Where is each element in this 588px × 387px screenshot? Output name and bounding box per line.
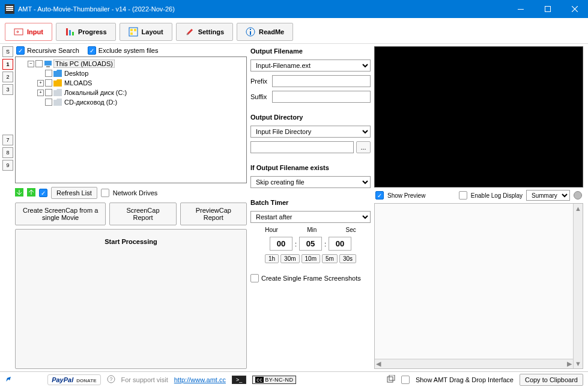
- show-dnd-label: Show AMT Drag & Drop Interface: [416, 376, 514, 383]
- svg-rect-1: [6, 6, 13, 11]
- tab-toolbar: Input Progress Layout Settings ReadMe: [0, 18, 588, 44]
- single-frame-checkbox[interactable]: ✓: [250, 274, 259, 282]
- hour-spinner[interactable]: 00: [270, 237, 292, 251]
- exclude-system-checkbox[interactable]: ✓: [88, 46, 96, 55]
- tab-label: ReadMe: [259, 28, 284, 35]
- timer-quick-30s[interactable]: 30s: [339, 254, 356, 263]
- svg-text:?: ?: [109, 376, 112, 382]
- support-link[interactable]: http://www.amt.cc: [174, 376, 226, 383]
- tree-label: Локальный диск (C:): [63, 89, 127, 96]
- copy-clipboard-button[interactable]: Copy to Clipboard: [520, 374, 583, 386]
- slot-2[interactable]: 2: [2, 72, 13, 82]
- batch-timer-label: Batch Timer: [250, 198, 371, 207]
- expander-empty: [37, 99, 44, 106]
- output-directory-label: Output Directory: [250, 112, 371, 122]
- maximize-button[interactable]: [534, 0, 561, 18]
- console-badge-icon[interactable]: >_: [232, 376, 246, 384]
- output-directory-select[interactable]: Input File Directory: [250, 126, 371, 138]
- tab-readme[interactable]: ReadMe: [237, 23, 293, 41]
- node-checkbox[interactable]: [35, 60, 43, 67]
- svg-rect-23: [387, 377, 393, 382]
- recursive-checkbox[interactable]: ✓: [16, 46, 25, 55]
- tab-label: Layout: [142, 28, 163, 35]
- pin-icon[interactable]: [5, 376, 12, 384]
- folder-tree[interactable]: − This PC (MLOADS) Desktop+MLOADS+Локаль…: [15, 56, 247, 183]
- tree-label: This PC (MLOADS): [53, 59, 115, 68]
- tree-label: Desktop: [63, 70, 88, 77]
- suffix-input[interactable]: [272, 91, 371, 103]
- exclude-system-label: Exclude system files: [99, 47, 159, 54]
- screencap-report-button[interactable]: ScreenCap Report: [109, 203, 176, 225]
- tab-label: Input: [27, 28, 43, 35]
- node-checkbox[interactable]: [45, 70, 52, 77]
- enable-log-label: Enable Log Display: [471, 192, 523, 199]
- create-screencap-single-button[interactable]: Create ScreenCap from a single Movie: [15, 203, 106, 225]
- tree-node[interactable]: +Локальный диск (C:): [17, 88, 245, 97]
- tab-progress[interactable]: Progress: [56, 23, 116, 41]
- expander-icon[interactable]: +: [37, 90, 44, 96]
- network-drives-checkbox[interactable]: ✓: [101, 189, 109, 197]
- minimize-button[interactable]: [507, 0, 534, 18]
- refresh-checkbox[interactable]: ✓: [39, 189, 47, 197]
- folder-icon: [53, 89, 62, 96]
- collapse-all-icon[interactable]: [27, 188, 35, 198]
- tree-node[interactable]: Desktop: [17, 69, 245, 78]
- output-filename-select[interactable]: Input-Filename.ext: [250, 59, 371, 72]
- tab-settings[interactable]: Settings: [176, 23, 233, 41]
- batch-timer-select[interactable]: Restart after: [250, 211, 371, 223]
- expander-icon[interactable]: −: [28, 61, 34, 67]
- tab-layout[interactable]: Layout: [120, 23, 172, 41]
- start-processing-button[interactable]: Start Processing: [15, 229, 247, 369]
- slot-3[interactable]: 3: [2, 84, 13, 95]
- output-directory-path: [250, 141, 354, 153]
- svg-rect-11: [130, 29, 133, 31]
- timer-quick-5m[interactable]: 5m: [322, 254, 338, 263]
- log-mode-select[interactable]: Summary: [526, 190, 570, 201]
- browse-directory-button[interactable]: ...: [356, 141, 371, 153]
- slot-7[interactable]: 7: [2, 135, 13, 145]
- svg-rect-13: [130, 32, 133, 35]
- tree-node-root[interactable]: − This PC (MLOADS): [17, 59, 245, 69]
- enable-log-checkbox[interactable]: ✓: [459, 191, 467, 200]
- paypal-donate-button[interactable]: PayPal DONATE: [47, 374, 100, 385]
- node-checkbox[interactable]: [45, 89, 52, 96]
- network-drives-label: Network Drives: [113, 189, 158, 197]
- slot-9[interactable]: 9: [2, 160, 13, 171]
- scrollbar-vertical[interactable]: ▲▼: [573, 204, 583, 368]
- svg-rect-7: [66, 28, 68, 35]
- slot-s[interactable]: S: [2, 46, 13, 57]
- suffix-label: Suffix: [250, 93, 270, 100]
- single-frame-label: Create Single Frame Screenshots: [261, 275, 361, 282]
- scrollbar-horizontal[interactable]: ◀▶: [375, 359, 573, 368]
- show-dnd-checkbox[interactable]: ✓: [401, 376, 410, 384]
- tree-node[interactable]: +MLOADS: [17, 78, 245, 88]
- show-preview-checkbox[interactable]: ✓: [375, 191, 384, 200]
- support-icon: ?: [107, 375, 115, 385]
- timer-quick-1h[interactable]: 1h: [265, 254, 279, 263]
- if-exists-select[interactable]: Skip creating file: [250, 176, 371, 188]
- expand-all-icon[interactable]: [15, 188, 23, 198]
- close-button[interactable]: [561, 0, 588, 18]
- timer-quick-30m[interactable]: 30m: [280, 254, 299, 263]
- timer-quick-10m[interactable]: 10m: [302, 254, 320, 263]
- readme-icon: [246, 27, 255, 37]
- node-checkbox[interactable]: [45, 79, 52, 87]
- tree-node[interactable]: CD-дисковод (D:): [17, 97, 245, 107]
- tree-label: CD-дисковод (D:): [63, 99, 117, 106]
- tree-label: MLOADS: [63, 79, 92, 87]
- refresh-list-button[interactable]: Refresh List: [51, 187, 97, 199]
- previewcap-report-button[interactable]: PreviewCap Report: [180, 203, 247, 225]
- slot-8[interactable]: 8: [2, 147, 13, 158]
- svg-rect-24: [389, 375, 395, 380]
- slot-1[interactable]: 1: [2, 59, 13, 70]
- cc-license-badge[interactable]: ccBY-NC-ND: [252, 376, 296, 384]
- sec-spinner[interactable]: 00: [329, 237, 351, 251]
- if-exists-label: If Output Filename exists: [250, 163, 371, 172]
- prefix-input[interactable]: [272, 75, 371, 87]
- tab-input[interactable]: Input: [5, 23, 52, 41]
- expander-icon[interactable]: +: [37, 80, 44, 87]
- node-checkbox[interactable]: [45, 99, 52, 106]
- folder-icon: [53, 99, 62, 106]
- min-spinner[interactable]: 05: [299, 237, 322, 251]
- log-area[interactable]: ▲▼ ◀▶: [374, 203, 583, 369]
